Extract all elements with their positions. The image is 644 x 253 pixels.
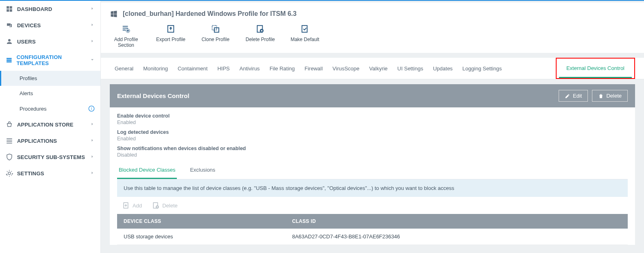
tb-label: Clone Profile xyxy=(202,37,230,42)
delete-row-icon xyxy=(152,202,160,209)
subtab-exclusions[interactable]: Exclusions xyxy=(188,162,217,179)
pencil-icon xyxy=(565,93,570,99)
delete-profile-button[interactable]: Delete Profile xyxy=(244,24,276,48)
windows-icon xyxy=(110,10,118,18)
sidebar-sub-label: Alerts xyxy=(20,90,33,96)
main-content: [cloned_burhan] Hardened Windows Profile… xyxy=(101,1,644,253)
delete-profile-icon xyxy=(256,24,265,33)
sidebar-item-application-store[interactable]: APPLICATION STORE xyxy=(0,116,100,133)
add-profile-section-button[interactable]: Add Profile Section xyxy=(110,24,142,48)
setting-log-detected-devices: Log detected devices Enabled xyxy=(117,129,628,142)
subtab-blocked-device-classes[interactable]: Blocked Device Classes xyxy=(117,162,177,179)
chevron-down-icon xyxy=(90,57,95,63)
export-icon xyxy=(166,24,175,33)
sidebar-item-applications[interactable]: APPLICATIONS xyxy=(0,133,100,149)
sidebar: DASHBOARD DEVICES USERS CONFIGURATION TE… xyxy=(0,1,101,253)
btn-label: Delete xyxy=(162,203,178,209)
tab-hips[interactable]: HIPS xyxy=(213,59,235,78)
chevron-right-icon xyxy=(90,170,95,177)
setting-label: Show notifications when devices disabled… xyxy=(117,146,628,151)
section-tabs: General Monitoring Containment HIPS Anti… xyxy=(101,58,644,79)
tab-file-rating[interactable]: File Rating xyxy=(265,59,300,78)
subtabs: Blocked Device Classes Exclusions xyxy=(117,162,628,179)
setting-value: Disabled xyxy=(117,152,628,158)
tab-virusscope[interactable]: VirusScope xyxy=(328,59,364,78)
shield-icon xyxy=(6,153,13,161)
sidebar-item-settings[interactable]: SETTINGS xyxy=(0,165,100,181)
add-section-icon xyxy=(122,24,131,33)
tab-logging-settings[interactable]: Logging Settings xyxy=(457,59,507,78)
templates-icon xyxy=(6,57,13,64)
btn-label: Edit xyxy=(573,93,582,99)
svg-text:i: i xyxy=(91,107,92,111)
add-icon xyxy=(123,202,130,209)
tb-label: Make Default xyxy=(291,37,320,42)
apps-icon xyxy=(6,137,13,144)
table-actions: Add Delete xyxy=(117,197,628,214)
devices-icon xyxy=(6,22,13,29)
tab-antivirus[interactable]: Antivirus xyxy=(235,59,265,78)
grid-icon xyxy=(6,5,13,13)
th-device-class[interactable]: DEVICE CLASS xyxy=(117,214,285,229)
sidebar-sub-label: Profiles xyxy=(20,75,37,81)
sidebar-label: APPLICATION STORE xyxy=(17,122,74,128)
table-row[interactable]: USB storage devices 8A63AD27-0CD7-4F43-B… xyxy=(117,229,628,245)
panel-title: External Devices Control xyxy=(117,92,189,99)
delete-button[interactable]: Delete xyxy=(592,90,628,102)
cell-class-id: 8A63AD27-0CD7-4F43-B8E1-07AE6F236346 xyxy=(285,229,628,245)
chevron-right-icon xyxy=(90,22,95,28)
tab-external-devices-control[interactable]: External Devices Control xyxy=(559,59,632,78)
sidebar-label: SETTINGS xyxy=(17,170,44,177)
chevron-right-icon xyxy=(90,39,95,45)
th-class-id[interactable]: CLASS ID xyxy=(285,214,628,229)
sidebar-label: USERS xyxy=(17,39,36,45)
trash-icon xyxy=(598,93,604,99)
profile-title: [cloned_burhan] Hardened Windows Profile… xyxy=(123,10,296,17)
panel-header: External Devices Control Edit Delete xyxy=(110,84,635,107)
tab-monitoring[interactable]: Monitoring xyxy=(138,59,173,78)
gear-icon xyxy=(6,170,13,177)
sidebar-item-users[interactable]: USERS xyxy=(0,33,100,50)
device-class-table: DEVICE CLASS CLASS ID USB storage device… xyxy=(117,214,628,245)
tb-label: Delete Profile xyxy=(246,37,275,42)
sidebar-label: APPLICATIONS xyxy=(17,138,57,144)
make-default-button[interactable]: Make Default xyxy=(289,24,321,48)
tab-updates[interactable]: Updates xyxy=(428,59,457,78)
tab-containment[interactable]: Containment xyxy=(173,59,213,78)
btn-label: Add xyxy=(133,203,142,209)
chevron-right-icon xyxy=(90,138,95,144)
info-bar: Use this table to manage the list of dev… xyxy=(117,179,628,197)
profile-toolbar: Add Profile Section Export Profile Clone… xyxy=(110,18,635,53)
btn-label: Delete xyxy=(606,93,622,99)
tab-ui-settings[interactable]: UI Settings xyxy=(392,59,428,78)
default-icon xyxy=(300,24,309,33)
sidebar-sub-procedures[interactable]: Procedures i xyxy=(0,101,100,116)
sidebar-sub-label: Procedures xyxy=(20,106,46,112)
sidebar-item-config-templates[interactable]: CONFIGURATION TEMPLATES xyxy=(0,50,100,71)
sidebar-label: DASHBOARD xyxy=(17,6,52,12)
edit-button[interactable]: Edit xyxy=(559,90,588,102)
export-profile-button[interactable]: Export Profile xyxy=(154,24,187,48)
tab-valkyrie[interactable]: Valkyrie xyxy=(364,59,392,78)
sidebar-sub-profiles[interactable]: Profiles xyxy=(0,71,100,86)
delete-row-button[interactable]: Delete xyxy=(152,202,178,209)
chevron-right-icon xyxy=(90,154,95,160)
setting-label: Enable device control xyxy=(117,113,628,119)
tb-label: Add Profile Section xyxy=(110,37,142,48)
highlight-annotation: External Devices Control xyxy=(556,58,635,79)
sidebar-item-devices[interactable]: DEVICES xyxy=(0,17,100,33)
tab-general[interactable]: General xyxy=(110,59,138,78)
profile-header: [cloned_burhan] Hardened Windows Profile… xyxy=(101,2,644,53)
sidebar-item-security-subsystems[interactable]: SECURITY SUB-SYSTEMS xyxy=(0,149,100,165)
clone-profile-button[interactable]: Clone Profile xyxy=(199,24,232,48)
setting-value: Enabled xyxy=(117,120,628,125)
sidebar-sub-alerts[interactable]: Alerts xyxy=(0,86,100,101)
cell-device-class: USB storage devices xyxy=(117,229,285,245)
sidebar-item-dashboard[interactable]: DASHBOARD xyxy=(0,1,100,17)
tab-firewall[interactable]: Firewall xyxy=(300,59,328,78)
user-icon xyxy=(6,38,13,45)
setting-label: Log detected devices xyxy=(117,129,628,135)
setting-show-notifications: Show notifications when devices disabled… xyxy=(117,146,628,158)
chevron-right-icon xyxy=(90,122,95,128)
add-row-button[interactable]: Add xyxy=(123,202,142,209)
